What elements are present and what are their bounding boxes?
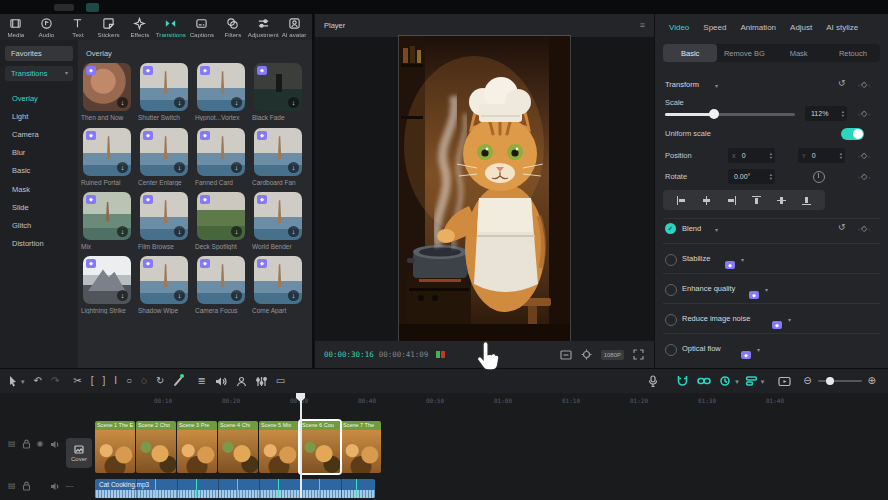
align-center-horizontal-icon[interactable] [701,195,712,206]
tab-ai-avatar[interactable]: AI avatar [279,17,310,38]
download-icon[interactable]: ↓ [288,97,299,108]
transition-shutter-switch[interactable]: ◆↓ [140,63,188,111]
blend-checkbox[interactable]: ✓ [665,223,676,234]
download-icon[interactable]: ↓ [288,290,299,301]
stepper-icon[interactable]: ▴▾ [842,110,844,118]
mark-icon[interactable]: I [114,376,117,386]
keyframe-control[interactable]: ‹◇› [858,224,870,233]
fullscreen-icon[interactable] [633,349,644,360]
download-icon[interactable]: ↓ [174,290,185,301]
track-options-icon[interactable]: — [66,482,74,490]
download-icon[interactable]: ↓ [288,226,299,237]
clip-scene-7[interactable]: Scene 7 The [341,421,381,473]
transition-mix[interactable]: ◆↓ [83,192,131,240]
sidebar-item-camera[interactable]: Camera [0,125,78,143]
zoom-in-icon[interactable]: ⊕ [868,376,876,386]
chevron-down-icon[interactable]: ▾ [761,378,765,385]
zoom-out-icon[interactable]: ⊖ [803,376,811,386]
playhead[interactable] [300,393,302,498]
trim-right-icon[interactable]: ] [102,376,105,386]
tracks-icon[interactable]: ≣ [197,376,205,386]
download-icon[interactable]: ↓ [117,226,128,237]
stepper-icon[interactable]: ▴▾ [840,152,842,160]
split-icon[interactable]: ✂ [73,376,81,386]
voiceover-mic-icon[interactable] [648,375,658,388]
download-icon[interactable]: ↓ [117,162,128,173]
sidebar-favorites-button[interactable]: Favorites [5,46,73,61]
transition-cardboard-fan[interactable]: ◆↓ [254,128,302,176]
keyframe-control[interactable]: ‹◇› [858,109,870,118]
tab-text[interactable]: Text [62,17,93,38]
color-compare-icon[interactable] [436,351,445,358]
hide-track-icon[interactable]: ◉ [37,440,44,448]
align-bottom-icon[interactable] [801,195,812,206]
scale-slider-knob[interactable] [709,109,719,119]
rotate-value-field[interactable]: 0.00° ▴▾ [728,169,775,184]
preview-axis-icon[interactable] [778,376,791,387]
chevron-down-icon[interactable]: ▾ [741,256,744,263]
subtab-remove-bg[interactable]: Remove BG [717,44,771,62]
clip-scene-3[interactable]: Scene 3 Pre [177,421,217,473]
position-x-field[interactable]: X 0 ▴▾ [728,148,775,163]
stabilize-checkbox[interactable] [665,254,677,266]
stepper-icon[interactable]: ▴▾ [770,152,772,160]
sidebar-item-slide[interactable]: Slide [0,198,78,216]
chevron-down-icon[interactable]: ▾ [715,226,718,233]
align-middle-vertical-icon[interactable] [776,195,787,206]
chevron-down-icon[interactable]: ▾ [735,378,739,385]
track-mode-toggle[interactable] [745,375,758,387]
cover-button[interactable]: Cover [66,438,92,468]
aspect-ratio-icon[interactable] [560,350,572,360]
download-icon[interactable]: ↓ [174,162,185,173]
tab-effects[interactable]: Effects [124,17,155,38]
tab-media[interactable]: Media [0,17,31,38]
download-icon[interactable]: ↓ [117,290,128,301]
clip-scene-5[interactable]: Scene 5 Mix [259,421,299,473]
sidebar-item-glitch[interactable]: Glitch [0,216,78,234]
download-icon[interactable]: ↓ [231,162,242,173]
mute-track-icon[interactable] [50,440,60,449]
sidebar-item-blur[interactable]: Blur [0,144,78,162]
tab-speed[interactable]: Speed [703,23,726,32]
keyframe-control[interactable]: ‹◇› [858,151,870,160]
tab-stickers[interactable]: Stickers [93,17,124,38]
download-icon[interactable]: ↓ [231,290,242,301]
subtab-retouch[interactable]: Retouch [826,44,880,62]
sidebar-item-light[interactable]: Light [0,107,78,125]
transition-black-fade[interactable]: ◆↓ [254,63,302,111]
transition-shadow-wipe[interactable]: ◆↓ [140,256,188,304]
reset-blend-icon[interactable]: ↺ [838,222,846,232]
undo-icon[interactable]: ↶ [34,376,42,386]
link-preview-toggle[interactable] [697,375,711,387]
align-left-icon[interactable] [676,195,687,206]
transition-camera-focus[interactable]: ◆↓ [197,256,245,304]
screen-record-icon[interactable]: ▭ [276,376,285,386]
tab-transitions[interactable]: Transitions [155,17,186,38]
sidebar-item-overlay[interactable]: Overlay [0,89,78,107]
transition-then-and-now[interactable]: ◆↓ [83,63,131,111]
align-top-icon[interactable] [751,195,762,206]
tab-ai-stylize[interactable]: AI stylize [826,23,858,32]
download-icon[interactable]: ↓ [231,97,242,108]
transition-lightning-strike[interactable]: ◆↓ [83,256,131,304]
clip-scene-1[interactable]: Scene 1 The E [95,421,135,473]
download-icon[interactable]: ↓ [231,226,242,237]
auto-preview-toggle[interactable] [719,375,732,387]
clip-scene-2[interactable]: Scene 2 Cho [136,421,176,473]
chevron-down-icon[interactable]: ▾ [715,82,718,89]
download-icon[interactable]: ↓ [117,97,128,108]
transition-film-browse[interactable]: ◆↓ [140,192,188,240]
mixer-icon[interactable] [256,376,267,387]
timeline-ruler[interactable]: 00:10 00:20 00:30 00:40 00:50 01:00 01:1… [60,393,888,409]
transition-hypnot-vortex[interactable]: ◆↓ [197,63,245,111]
keyframe-control[interactable]: ‹◇› [858,172,870,181]
sidebar-item-distortion[interactable]: Distortion [0,235,78,253]
transition-world-bender[interactable]: ◆↓ [254,192,302,240]
clip-scene-4[interactable]: Scene 4 Chi [218,421,258,473]
select-tool-icon[interactable] [8,375,18,387]
reverse-icon[interactable]: ↻ [156,376,164,386]
transition-come-apart[interactable]: ◆↓ [254,256,302,304]
snap-magnet-toggle[interactable] [676,375,689,387]
position-y-field[interactable]: Y 0 ▴▾ [798,148,845,163]
magic-wand-icon[interactable] [173,376,183,386]
